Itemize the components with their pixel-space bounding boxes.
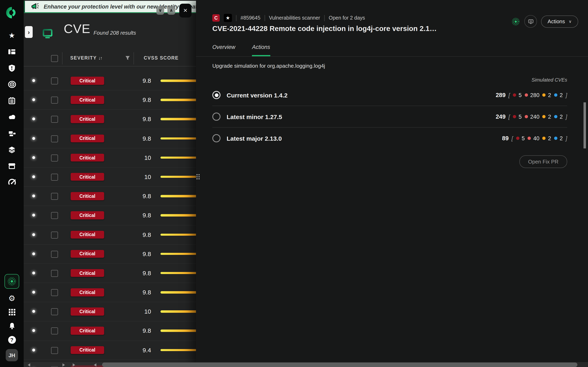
- cvss-score-value: 9.8: [133, 327, 151, 334]
- table-row[interactable]: Critical 9.8: [24, 71, 196, 91]
- row-checkbox[interactable]: [51, 174, 58, 181]
- sidebar-item-notifications[interactable]: [4, 321, 20, 330]
- comment-button[interactable]: [524, 15, 537, 28]
- sidebar-item-alerts[interactable]: [4, 60, 20, 76]
- sidebar-item-layers[interactable]: [4, 142, 20, 158]
- row-checkbox[interactable]: [51, 77, 58, 84]
- version-options: Current version 1.4.2 289 [ 5 280 2 2 ]: [212, 84, 567, 149]
- unread-dot-icon: [32, 329, 35, 332]
- sidebar-item-radar[interactable]: [4, 76, 20, 92]
- filter-funnel-icon[interactable]: [125, 55, 130, 61]
- row-checkbox[interactable]: [51, 347, 58, 354]
- sidebar-item-ai-security-active[interactable]: [4, 274, 19, 289]
- row-checkbox[interactable]: [51, 231, 58, 238]
- horizontal-scrollbar-track[interactable]: [24, 362, 588, 367]
- ai-spiral-icon[interactable]: [511, 17, 520, 26]
- user-avatar[interactable]: JH: [6, 349, 18, 361]
- favorite-star-button[interactable]: ★: [224, 14, 232, 22]
- scroll-right-arrow-icon[interactable]: [73, 363, 75, 366]
- table-row[interactable]: Critical 9.8: [24, 187, 196, 206]
- row-checkbox[interactable]: [51, 328, 58, 334]
- table-row[interactable]: Critical 9.8: [24, 322, 196, 341]
- row-checkbox[interactable]: [51, 270, 58, 277]
- sidebar-item-assets[interactable]: [4, 125, 20, 142]
- column-divider: [62, 52, 62, 64]
- total-cves: 289: [496, 92, 506, 98]
- version-option-row[interactable]: Latest major 2.13.0 89 [ 5 40 2 2 ]: [212, 127, 567, 149]
- high-dot-icon: [525, 93, 528, 97]
- banner-prev-button[interactable]: ∨: [156, 6, 164, 15]
- table-row[interactable]: Critical 9.4: [24, 341, 196, 360]
- open-fix-pr-button[interactable]: Open Fix PR: [519, 155, 567, 168]
- sidebar-item-dashboards[interactable]: [4, 44, 20, 60]
- severity-badge: Critical: [71, 192, 104, 200]
- table-row[interactable]: Critical 10: [24, 167, 196, 187]
- table-row[interactable]: Critical 9.8: [24, 283, 196, 302]
- row-checkbox[interactable]: [51, 135, 58, 142]
- expand-panel-button[interactable]: ›: [25, 26, 33, 38]
- table-row[interactable]: Critical 9.8: [24, 225, 196, 244]
- table-row[interactable]: Critical 9.8: [24, 244, 196, 264]
- version-option-row[interactable]: Latest minor 1.27.5 249 [ 5 240 2 2 ]: [212, 106, 567, 127]
- scroll-left-arrow-icon[interactable]: [94, 363, 96, 366]
- brand-logo-icon[interactable]: [6, 7, 17, 18]
- column-header-cvss[interactable]: CVSS SCORE: [144, 55, 179, 60]
- row-checkbox[interactable]: [51, 289, 58, 296]
- sidebar-item-cloud[interactable]: [4, 109, 20, 125]
- select-all-checkbox[interactable]: [51, 55, 58, 62]
- unread-dot-icon: [32, 98, 35, 101]
- total-cves: 89: [502, 135, 509, 142]
- sidebar-item-inventory[interactable]: [4, 92, 20, 109]
- banner-next-button[interactable]: ∧: [167, 6, 175, 15]
- row-checkbox[interactable]: [51, 116, 58, 123]
- row-checkbox[interactable]: [51, 97, 58, 104]
- row-checkbox[interactable]: [51, 193, 58, 200]
- radio-button[interactable]: [212, 91, 221, 99]
- critical-dot-icon: [513, 115, 516, 118]
- bracket: [: [508, 113, 510, 120]
- vertical-scrollbar-thumb[interactable]: [584, 102, 586, 149]
- column-header-severity[interactable]: SEVERITY↓↑: [70, 55, 102, 60]
- drawer-drag-handle[interactable]: [196, 174, 200, 182]
- sidebar-item-marketplace[interactable]: [4, 158, 20, 174]
- banner-close-button[interactable]: ×: [179, 4, 191, 17]
- radio-button[interactable]: [212, 113, 221, 121]
- table-row[interactable]: Critical 10: [24, 149, 196, 167]
- medium-count: 2: [548, 92, 551, 98]
- sidebar-item-settings[interactable]: ⚙: [4, 294, 20, 303]
- table-row[interactable]: Critical 9.8: [24, 264, 196, 283]
- sidebar-item-help[interactable]: ?: [4, 335, 20, 344]
- severity-badge: Critical: [71, 115, 104, 123]
- sidebar-item-favorites[interactable]: ★: [4, 27, 20, 44]
- cvss-score-value: 9.4: [133, 346, 151, 353]
- simulated-cve-counts: 289 [ 5 280 2 2 ]: [496, 92, 567, 98]
- row-checkbox[interactable]: [51, 212, 58, 219]
- tab[interactable]: Overview: [212, 44, 235, 56]
- simulated-cves-label: Simulated CVEs: [531, 77, 567, 83]
- cvss-score-value: 9.8: [133, 116, 151, 123]
- severity-badge: Critical: [71, 327, 104, 335]
- row-checkbox[interactable]: [51, 309, 58, 315]
- scroll-right-arrow-icon[interactable]: [62, 363, 65, 366]
- scroll-left-arrow-icon[interactable]: [28, 363, 30, 366]
- table-row[interactable]: Critical 9.8: [24, 129, 196, 148]
- row-checkbox[interactable]: [51, 250, 58, 258]
- cvss-score-value: 9.8: [133, 231, 151, 238]
- version-option-row[interactable]: Current version 1.4.2 289 [ 5 280 2 2 ]: [212, 84, 567, 106]
- layers-icon: [8, 146, 16, 154]
- horizontal-scrollbar-thumb[interactable]: [102, 362, 577, 367]
- row-checkbox[interactable]: [51, 155, 58, 161]
- table-row[interactable]: Critical 10: [24, 302, 196, 322]
- actions-dropdown-button[interactable]: Actions ∨: [541, 15, 578, 27]
- table-row[interactable]: Critical 9.8: [24, 206, 196, 225]
- tab[interactable]: Actions: [252, 44, 270, 56]
- severity-badge: Critical: [71, 346, 104, 354]
- table-row[interactable]: Critical 9.8: [24, 91, 196, 110]
- sidebar-item-compliance[interactable]: [4, 174, 20, 191]
- radio-button[interactable]: [212, 134, 221, 142]
- ai-spiral-icon: [7, 276, 17, 286]
- sidebar-item-apps[interactable]: [4, 308, 20, 317]
- table-row[interactable]: Critical 9.8: [24, 110, 196, 129]
- gear-icon: ⚙: [8, 294, 15, 302]
- sort-icon[interactable]: ↓↑: [98, 55, 102, 60]
